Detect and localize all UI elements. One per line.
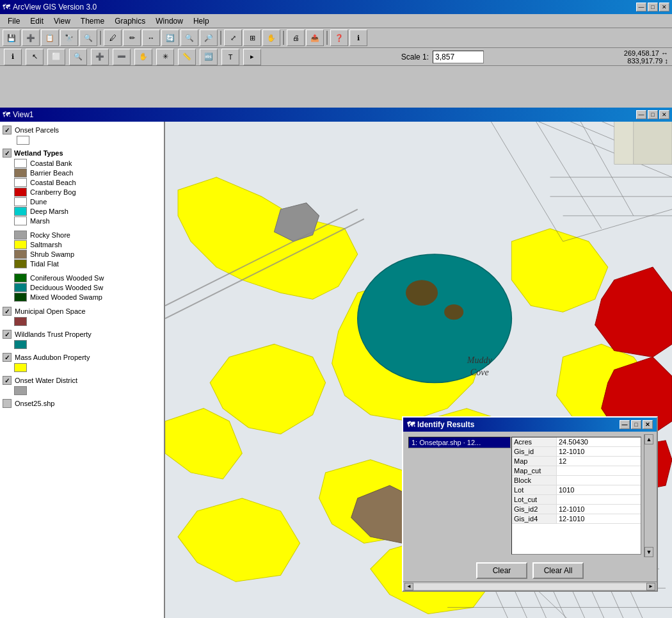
app-title: ArcView GIS Version 3.0 bbox=[13, 3, 97, 12]
scroll-up-btn[interactable]: ▲ bbox=[644, 434, 653, 444]
onset-water-swatch-row bbox=[14, 386, 161, 395]
tb-info[interactable]: ℹ bbox=[349, 29, 367, 46]
menu-file[interactable]: File bbox=[3, 15, 25, 27]
wetland-barrier-beach: Barrier Beach bbox=[14, 168, 161, 177]
tb-edit[interactable]: ✏ bbox=[123, 29, 141, 46]
legend-panel: ✓ Onset Parcels ✓ Wetland Types Coastal … bbox=[0, 122, 165, 618]
close-button[interactable]: ✕ bbox=[659, 3, 669, 12]
wetland-types-header: ✓ Wetland Types bbox=[3, 149, 161, 158]
marsh-label: Marsh bbox=[30, 217, 50, 225]
title-bar: 🗺 ArcView GIS Version 3.0 — □ ✕ bbox=[0, 0, 672, 14]
tb-export[interactable]: 📤 bbox=[306, 29, 324, 46]
field-acres: Acres bbox=[512, 437, 557, 446]
menu-help[interactable]: Help bbox=[188, 15, 214, 27]
view-title: View1 bbox=[13, 110, 33, 119]
map-area[interactable]: Muddy Cove Brood Cove 🗺 Identify Results… bbox=[165, 122, 672, 618]
municipal-check[interactable]: ✓ bbox=[3, 307, 12, 316]
legend-mass-audubon: ✓ Mass Audubon Property bbox=[3, 353, 161, 362]
wetland-types-check[interactable]: ✓ bbox=[3, 149, 12, 158]
tb-zoom-out2[interactable]: ➖ bbox=[113, 49, 131, 65]
tb-add[interactable]: ➕ bbox=[22, 29, 40, 46]
tb-label[interactable]: 🔤 bbox=[200, 49, 218, 65]
hscroll-right[interactable]: ► bbox=[646, 583, 655, 590]
tb-zoom-out[interactable]: 🔎 bbox=[200, 29, 218, 46]
tb-zoom-in2[interactable]: ➕ bbox=[91, 49, 109, 65]
mass-audubon-check[interactable]: ✓ bbox=[3, 353, 12, 362]
tb-draw[interactable]: 🖊 bbox=[104, 29, 122, 46]
wetland-marsh: Marsh bbox=[14, 216, 161, 225]
tb-find[interactable]: 🔍 bbox=[79, 29, 97, 46]
saltmarsh-swatch bbox=[14, 240, 27, 249]
identify-list-item[interactable]: 1: Onsetpar.shp · 12... bbox=[409, 437, 510, 448]
tb-print[interactable]: 🖨 bbox=[287, 29, 305, 46]
wildlands-check[interactable]: ✓ bbox=[3, 330, 12, 339]
tb-new[interactable]: 💾 bbox=[3, 29, 20, 46]
onset-water-check[interactable]: ✓ bbox=[3, 376, 12, 385]
value-gis-id4: 12-1010 bbox=[557, 514, 641, 523]
wildlands-swatch bbox=[14, 340, 27, 349]
menu-graphics[interactable]: Graphics bbox=[109, 15, 150, 27]
tb-pan2[interactable]: ✋ bbox=[134, 49, 152, 65]
view-minimize[interactable]: — bbox=[636, 110, 646, 119]
toolbar-1: 💾 ➕ 📋 🔭 🔍 🖊 ✏ ↔ 🔄 🔍 🔎 ⤢ ⊞ ✋ 🖨 📤 ❓ ℹ bbox=[0, 28, 672, 48]
value-lot: 1010 bbox=[557, 485, 641, 494]
identify-row-lot-cut: Lot_cut bbox=[512, 495, 641, 505]
identify-dialog: 🗺 Identify Results — □ ✕ 1: Onset bbox=[402, 416, 658, 592]
identify-list[interactable]: 1: Onsetpar.shp · 12... bbox=[408, 437, 511, 448]
scroll-down-btn[interactable]: ▼ bbox=[644, 547, 653, 557]
hscroll-left[interactable]: ◄ bbox=[404, 583, 413, 590]
barrier-beach-swatch bbox=[14, 168, 27, 177]
tb-more[interactable]: ▸ bbox=[243, 49, 261, 65]
mass-audubon-swatch bbox=[14, 363, 27, 372]
scale-input[interactable] bbox=[433, 51, 484, 63]
marsh-swatch bbox=[14, 216, 27, 225]
tb-select-box[interactable]: ⬜ bbox=[47, 49, 65, 65]
menu-view[interactable]: View bbox=[49, 15, 76, 27]
tb-zoom-box[interactable]: 🔍 bbox=[69, 49, 87, 65]
coniferous-swatch bbox=[14, 273, 27, 282]
tb-move[interactable]: ↔ bbox=[142, 29, 160, 46]
tb-measure[interactable]: 📏 bbox=[178, 49, 196, 65]
wetland-deciduous: Deciduous Wooded Sw bbox=[14, 283, 161, 292]
tb-identify[interactable]: ℹ bbox=[4, 49, 22, 65]
tb-help[interactable]: ❓ bbox=[330, 29, 348, 46]
deciduous-label: Deciduous Wooded Sw bbox=[30, 284, 103, 291]
onset-parcels-check[interactable]: ✓ bbox=[3, 126, 12, 134]
svg-point-14 bbox=[444, 304, 463, 320]
wetland-cranberry-bog: Cranberry Bog bbox=[14, 188, 161, 197]
mass-audubon-label: Mass Audubon Property bbox=[15, 354, 90, 361]
tb-pan[interactable]: ✋ bbox=[262, 29, 280, 46]
tb-select-pointer[interactable]: ↖ bbox=[26, 49, 44, 65]
minimize-button[interactable]: — bbox=[636, 3, 646, 12]
menu-theme[interactable]: Theme bbox=[76, 15, 109, 27]
tb-extent[interactable]: ⤢ bbox=[224, 29, 242, 46]
tb-open[interactable]: 📋 bbox=[41, 29, 59, 46]
identify-minimize[interactable]: — bbox=[620, 420, 630, 429]
tb-full[interactable]: ⊞ bbox=[243, 29, 261, 46]
identify-row-acres: Acres 24.50430 bbox=[512, 437, 641, 447]
identify-list-item-label: 1: Onsetpar.shp · 12... bbox=[412, 439, 481, 446]
identify-close[interactable]: ✕ bbox=[643, 420, 653, 429]
tb-search[interactable]: 🔭 bbox=[60, 29, 78, 46]
onset25-label: Onset25.shp bbox=[15, 400, 54, 407]
tb-text[interactable]: T bbox=[221, 49, 239, 65]
menu-edit[interactable]: Edit bbox=[25, 15, 49, 27]
identify-maximize[interactable]: □ bbox=[631, 420, 641, 429]
clear-all-button[interactable]: Clear All bbox=[532, 562, 584, 579]
identify-row-gis-id: Gis_id 12-1010 bbox=[512, 447, 641, 457]
legend-onset25: Onset25.shp bbox=[3, 399, 161, 408]
tb-zoom-in[interactable]: 🔍 bbox=[180, 29, 198, 46]
identify-row-gis-id4: Gis_id4 12-1010 bbox=[512, 514, 641, 524]
view-maximize[interactable]: □ bbox=[648, 110, 658, 119]
maximize-button[interactable]: □ bbox=[648, 3, 658, 12]
identify-title-text: Identify Results bbox=[417, 420, 474, 429]
menu-window[interactable]: Window bbox=[150, 15, 188, 27]
tb-rotate[interactable]: 🔄 bbox=[161, 29, 179, 46]
tb-vertex[interactable]: ✳ bbox=[156, 49, 174, 65]
clear-button[interactable]: Clear bbox=[476, 562, 527, 579]
toolbar-sep-3 bbox=[283, 31, 284, 45]
value-map: 12 bbox=[557, 457, 641, 466]
onset25-check[interactable] bbox=[3, 399, 12, 408]
view-close[interactable]: ✕ bbox=[659, 110, 669, 119]
view-icon: 🗺 bbox=[3, 110, 10, 119]
